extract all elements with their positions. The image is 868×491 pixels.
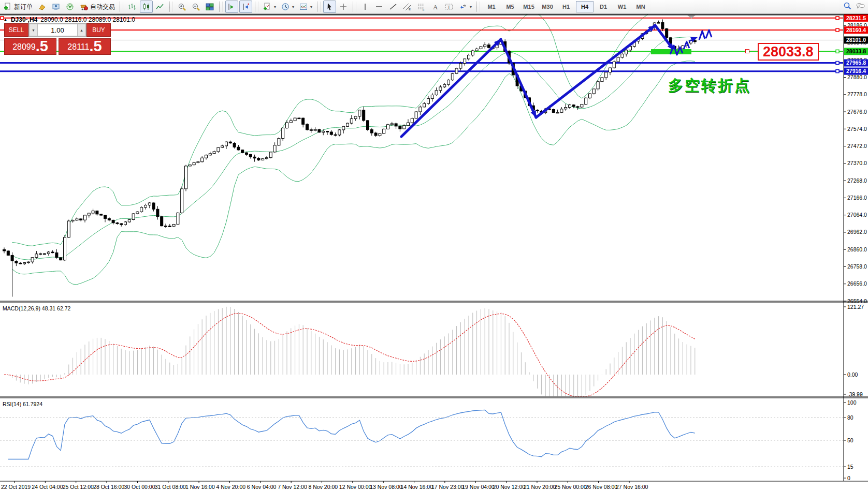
text-button[interactable]: A — [429, 1, 442, 13]
vertical-line-button[interactable] — [359, 1, 372, 13]
dropdown-arrow-icon[interactable]: ▾ — [292, 5, 294, 9]
timeframe-m30-button[interactable]: M30 — [539, 1, 556, 12]
dropdown-arrow-icon[interactable]: ▾ — [470, 5, 472, 9]
timeframe-m5-button[interactable]: M5 — [501, 1, 519, 12]
zoom-in-button[interactable] — [176, 1, 189, 13]
bar-chart-button[interactable] — [126, 1, 139, 13]
caret-annotation-1 — [699, 31, 705, 40]
rsi-line — [8, 410, 695, 459]
time-axis-label: 31 Oct 08:00 — [155, 484, 186, 490]
price-tick-label: 26962.0 — [847, 229, 867, 235]
line-chart-icon — [156, 3, 165, 11]
buy-price-pip: .5 — [89, 39, 102, 54]
svg-text:E: E — [409, 8, 411, 11]
arrows-icon — [459, 3, 468, 11]
market-watch-button[interactable] — [50, 1, 63, 13]
channel-button[interactable]: E — [401, 1, 414, 13]
line-handle[interactable] — [836, 50, 839, 53]
time-axis-label: 27 Nov 16:00 — [616, 484, 648, 490]
text-label-button[interactable]: T — [443, 1, 456, 13]
chart-window[interactable]: 28186.028084.027982.027880.027778.027676… — [0, 14, 868, 491]
new-order-icon — [4, 3, 12, 11]
time-axis-label: 19 Nov 04:00 — [462, 484, 495, 490]
svg-text:A: A — [433, 3, 438, 11]
volume-value[interactable]: 1.00 — [38, 24, 77, 36]
timeframe-w1-button[interactable]: W1 — [613, 1, 631, 12]
chart-shift-button[interactable] — [239, 1, 252, 13]
line-chart-button[interactable] — [154, 1, 167, 13]
ohlc-values: 28090.0 28116.0 28089.0 28101.0 — [40, 16, 135, 23]
price-alert-label[interactable]: 28033.8 — [758, 43, 819, 61]
price-tick-label: 26656.0 — [847, 280, 867, 287]
one-click-trading-panel: SELL ▼ 1.00 ▲ BUY 28099.5 28111.5 — [4, 23, 111, 55]
trendline-button[interactable] — [387, 1, 400, 13]
timeframe-m15-button[interactable]: M15 — [520, 1, 538, 12]
price-tick-label: 27268.0 — [847, 177, 867, 184]
chat-icon[interactable] — [856, 2, 865, 12]
rsi-tick-label: 100 — [847, 399, 857, 406]
macd-tick-label: 121.27 — [847, 304, 864, 310]
line-handle[interactable] — [836, 28, 839, 32]
time-axis-label: 20 Nov 12:00 — [493, 484, 526, 490]
candlestick-chart-button[interactable] — [140, 1, 153, 13]
toolbar-group — [124, 0, 168, 13]
timeframe-m1-button[interactable]: M1 — [483, 1, 500, 12]
buy-button[interactable]: BUY — [86, 23, 111, 37]
rsi-tick-label: 80 — [847, 414, 853, 421]
timeframe-h4-button[interactable]: H4 — [576, 1, 594, 12]
time-axis-label: 22 Oct 2019 — [1, 484, 31, 490]
time-axis-label: 14 Nov 16:00 — [401, 484, 433, 490]
time-axis-label: 28 Oct 16:00 — [93, 484, 124, 490]
text-label-icon: T — [445, 3, 454, 11]
search-icon[interactable] — [843, 2, 852, 12]
time-axis-label: 12 Nov 00:00 — [339, 484, 372, 490]
volume-increase-button[interactable]: ▲ — [77, 24, 86, 36]
timeframe-d1-button[interactable]: D1 — [595, 1, 612, 12]
auto-scroll-button[interactable] — [225, 1, 238, 13]
zoom-out-button[interactable] — [190, 1, 202, 13]
dropdown-arrow-icon[interactable]: ▾ — [310, 5, 312, 9]
sell-button[interactable]: SELL — [4, 23, 28, 37]
new-order-button[interactable]: 新订单 — [2, 1, 35, 13]
tile-windows-button[interactable] — [204, 1, 216, 13]
price-tick-label: 27472.0 — [847, 143, 867, 149]
toolbar-separator — [317, 2, 321, 12]
collapse-triangle-icon[interactable]: ▲ — [3, 17, 8, 22]
crosshair-button[interactable] — [337, 1, 350, 13]
sell-price-button[interactable]: 28099.5 — [4, 38, 56, 55]
toolbar-separator — [255, 2, 258, 12]
line-handle[interactable] — [836, 17, 839, 20]
price-alert-handle[interactable] — [745, 49, 749, 53]
indicators-button[interactable]: ▾ — [261, 1, 278, 13]
signals-button[interactable] — [64, 1, 77, 13]
caret-annotation-2 — [706, 30, 712, 38]
templates-button[interactable]: ▾ — [297, 1, 314, 13]
cursor-button[interactable] — [323, 1, 336, 13]
line-handle[interactable] — [836, 70, 839, 73]
dropdown-arrow-icon[interactable]: ▾ — [274, 5, 276, 9]
time-axis-label: 4 Nov 20:00 — [216, 484, 245, 490]
autotrading-button[interactable]: 自动交易 — [78, 1, 117, 13]
price-tick-label: 26860.0 — [847, 246, 867, 252]
macd-tick-label: -39.99 — [847, 391, 863, 397]
candles — [3, 20, 697, 297]
line-handle[interactable] — [836, 62, 839, 65]
fibonacci-button[interactable]: F — [415, 1, 428, 13]
auto-scroll-icon — [227, 3, 236, 11]
toolbar-group: 新订单自动交易 — [0, 0, 119, 13]
profiles-button[interactable] — [36, 1, 49, 13]
buy-price-button[interactable]: 28111.5 — [59, 38, 111, 55]
timeframe-mn-button[interactable]: MN — [632, 1, 649, 12]
toolbar-separator — [169, 2, 173, 12]
toolbar-group: EFAT▾ — [357, 0, 475, 13]
timeframe-h1-button[interactable]: H1 — [557, 1, 575, 12]
horizontal-line-button[interactable] — [373, 1, 386, 13]
volume-spinner: ▼ 1.00 ▲ — [28, 23, 86, 37]
macd-tick-label: 0.00 — [847, 371, 858, 378]
arrows-button[interactable]: ▾ — [457, 1, 474, 13]
toolbar-separator — [353, 2, 356, 12]
trend-line-up-1[interactable] — [401, 39, 501, 137]
bollinger-middle-band — [12, 37, 695, 260]
periods-button[interactable]: ▾ — [279, 1, 296, 13]
volume-decrease-button[interactable]: ▼ — [29, 24, 38, 36]
